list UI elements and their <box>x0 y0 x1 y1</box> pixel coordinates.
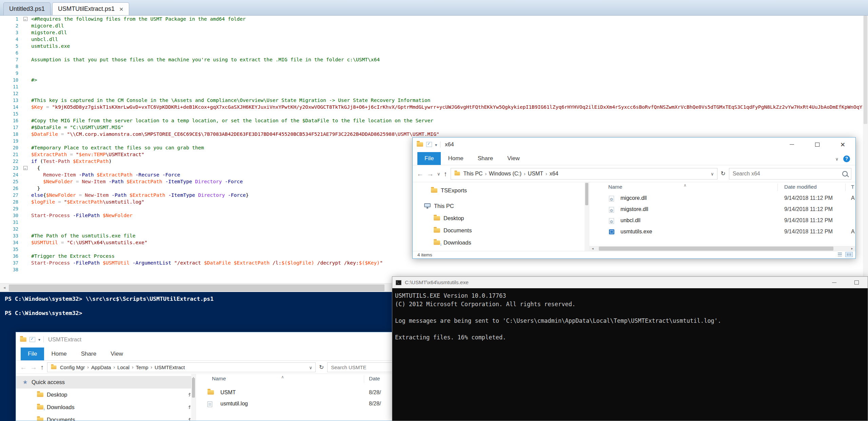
scrollbar-thumb[interactable] <box>864 16 867 124</box>
search-box[interactable]: Search x64 <box>729 168 851 180</box>
minimize-button[interactable] <box>823 277 845 288</box>
breadcrumb-segment[interactable]: Local <box>117 364 130 370</box>
explorer-titlebar[interactable]: USMTExtract <box>16 332 439 346</box>
forward-button[interactable] <box>427 170 434 177</box>
nav-item-documents[interactable]: Documents <box>413 224 589 236</box>
nav-item-desktop[interactable]: Desktop <box>16 388 196 401</box>
nav-scrollbar[interactable] <box>191 374 196 421</box>
file-list-horizontal-scrollbar[interactable] <box>589 246 855 251</box>
terminal-titlebar[interactable]: C:\USMT\x64\usmtutils.exe <box>392 277 868 288</box>
help-icon[interactable] <box>843 155 850 162</box>
breadcrumb-segment[interactable]: USMT <box>528 171 543 177</box>
close-tab-icon[interactable]: × <box>119 6 123 13</box>
refresh-icon[interactable] <box>319 364 324 371</box>
fold-gutter <box>20 219 31 226</box>
ribbon-tab-view[interactable]: View <box>103 348 130 360</box>
back-button[interactable] <box>417 170 423 177</box>
scroll-left-arrow-icon[interactable] <box>0 283 9 292</box>
fold-gutter <box>20 226 31 232</box>
address-bar[interactable]: This PC›Windows (C:)›USMT›x64 <box>451 168 717 180</box>
nav-item-this-pc[interactable]: This PC <box>413 200 589 212</box>
forward-button[interactable] <box>30 364 37 371</box>
column-header-name[interactable]: Name <box>608 184 622 190</box>
nav-item-tsexports[interactable]: TSExports <box>413 184 589 196</box>
fold-collapse-icon[interactable] <box>23 166 27 170</box>
scrollbar-thumb[interactable] <box>192 378 195 398</box>
editor-tab-usmtutilextract-ps1[interactable]: USMTUtilExtract.ps1× <box>52 2 129 15</box>
scrollbar-thumb[interactable] <box>599 247 833 251</box>
file-date: 9/14/2018 11:12 PM <box>784 206 833 212</box>
line-number: 17 <box>0 124 20 131</box>
minimize-icon <box>790 144 794 145</box>
ribbon-tab-home[interactable]: Home <box>441 152 470 165</box>
nav-scrollbar[interactable] <box>585 182 589 251</box>
address-dropdown-chevron-icon[interactable] <box>711 171 714 177</box>
breadcrumb-segment[interactable]: AppData <box>91 364 111 370</box>
nav-item-quick-access[interactable]: Quick access <box>16 376 196 388</box>
file-date: 9/14/2018 11:12 PM <box>784 229 833 235</box>
sort-ascending-icon <box>684 182 687 188</box>
breadcrumb-segment[interactable]: Temp <box>136 364 149 370</box>
ribbon-tab-share[interactable]: Share <box>74 348 103 360</box>
ribbon-tab-file[interactable]: File <box>21 348 44 360</box>
column-header-type[interactable]: T <box>851 184 854 190</box>
up-button[interactable] <box>444 170 447 177</box>
address-dropdown-chevron-icon[interactable] <box>309 364 312 370</box>
maximize-button[interactable] <box>845 277 868 288</box>
breadcrumb-segment[interactable]: Config Mgr <box>60 364 85 370</box>
column-header-date[interactable]: Date <box>369 376 380 382</box>
nav-item-desktop[interactable]: Desktop <box>413 212 589 224</box>
nav-item-documents[interactable]: Documents <box>16 414 196 421</box>
minimize-button[interactable] <box>779 138 805 151</box>
address-bar[interactable]: Config Mgr›AppData›Local›Temp›USMTExtrac… <box>47 362 316 372</box>
fold-gutter <box>20 16 31 22</box>
ribbon-tab-file[interactable]: File <box>417 152 441 165</box>
close-button[interactable] <box>830 138 855 151</box>
customize-toolbar-chevron-icon[interactable] <box>435 142 437 148</box>
fold-gutter <box>20 185 31 192</box>
up-button[interactable] <box>40 364 44 371</box>
breadcrumb-segment[interactable]: USMTExtract <box>155 364 185 370</box>
fold-gutter <box>20 63 31 70</box>
file-row[interactable]: migcore.dll9/14/2018 11:12 PMA <box>589 193 855 204</box>
code-line: 7Assumption is that you put those files … <box>0 56 868 63</box>
location-folder-icon <box>51 365 56 369</box>
scrollbar-thumb[interactable] <box>9 285 384 291</box>
expand-ribbon-chevron-icon[interactable] <box>835 156 839 162</box>
nav-item-downloads[interactable]: Downloads <box>16 401 196 414</box>
breadcrumb-segment[interactable]: x64 <box>550 171 558 177</box>
scroll-left-arrow-icon[interactable] <box>590 246 595 251</box>
column-header-name[interactable]: Name <box>212 376 226 382</box>
ribbon-tab-view[interactable]: View <box>500 152 527 165</box>
ribbon-tab-share[interactable]: Share <box>471 152 500 165</box>
scroll-right-arrow-icon[interactable] <box>849 246 855 251</box>
file-row[interactable]: usmtutils.exe9/14/2018 11:12 PMA <box>589 227 855 238</box>
properties-toolbar-icon[interactable] <box>426 142 432 147</box>
line-number: 33 <box>0 232 20 239</box>
ribbon-tab-home[interactable]: Home <box>44 348 74 360</box>
column-header-date[interactable]: Date modified <box>784 184 817 190</box>
recent-locations-chevron-icon[interactable] <box>437 171 440 177</box>
breadcrumb-segment[interactable]: This PC <box>463 171 483 177</box>
terminal-output[interactable]: USMTUTILS.EXE Version 10.0.17763(C) 2012… <box>392 288 868 421</box>
explorer-titlebar[interactable]: x64 <box>413 138 855 151</box>
file-row[interactable]: migstore.dll9/14/2018 11:12 PM <box>589 204 855 215</box>
breadcrumb-segment[interactable]: Windows (C:) <box>489 171 521 177</box>
maximize-button[interactable] <box>805 138 830 151</box>
fold-collapse-icon[interactable] <box>23 17 27 21</box>
editor-vertical-scrollbar[interactable] <box>863 16 868 283</box>
editor-tab-untitled3-ps1[interactable]: Untitled3.ps1 <box>3 2 51 15</box>
back-button[interactable] <box>20 364 27 371</box>
refresh-icon[interactable] <box>721 170 726 177</box>
large-icons-view-button[interactable] <box>845 252 853 257</box>
pc-icon <box>424 203 431 207</box>
fold-gutter <box>20 131 31 138</box>
nav-item-downloads[interactable]: Downloads <box>413 236 589 249</box>
details-view-button[interactable] <box>836 252 844 257</box>
search-placeholder: Search USMTE <box>331 364 366 370</box>
properties-toolbar-icon[interactable] <box>29 337 35 342</box>
file-row[interactable]: unbcl.dll9/14/2018 11:12 PM <box>589 215 855 227</box>
customize-toolbar-chevron-icon[interactable] <box>38 336 40 342</box>
scrollbar-thumb[interactable] <box>585 183 588 205</box>
code-line: 11 <box>0 83 868 90</box>
